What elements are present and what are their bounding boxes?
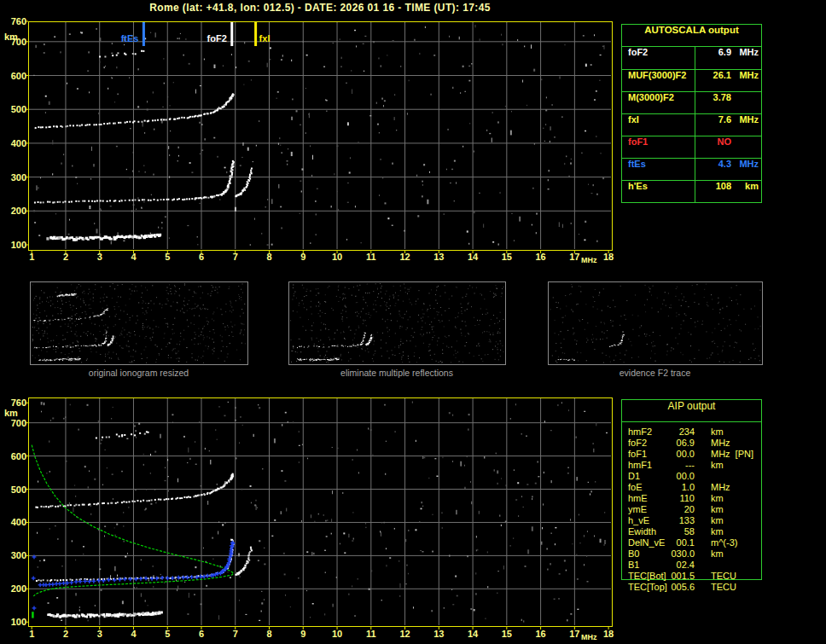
x-tick-label: 6 [190, 252, 212, 262]
aip-row-val: 02.4 [671, 560, 695, 570]
aip-row-val: 110 [671, 493, 695, 503]
aip-row-val: 06.9 [671, 438, 695, 448]
bottom-ionogram-echo-traces [35, 431, 253, 618]
aip-row-param: h_vE [628, 515, 671, 525]
aip-table-header: AIP output [622, 400, 761, 422]
y-tick-label: 200 [0, 206, 26, 216]
x-tick-label: 12 [394, 629, 416, 639]
aip-row-Ewidth: Ewidth58km [628, 526, 753, 537]
top-ionogram-grid [29, 22, 611, 249]
bottom-ionogram-plot [26, 398, 613, 630]
x-tick-label: 6 [190, 629, 212, 639]
x-tick-label: 11 [360, 252, 382, 262]
x-tick-label: 1 [20, 252, 43, 262]
param-unit [733, 92, 759, 113]
param-value: 4.3 [695, 159, 731, 180]
aip-row-hmE: hmE110km [628, 493, 753, 504]
aip-row-foF2: foF206.9MHz [628, 438, 753, 449]
aip-row-val: 20 [671, 504, 695, 514]
aip-row-unit: MHz [711, 482, 730, 492]
y-tick-label: 760 [0, 397, 26, 408]
aip-row-h_vE: h_vE133km [628, 515, 753, 526]
thumbnail-2-border [289, 282, 506, 365]
thumbnail-2 [289, 282, 506, 365]
aip-row-unit: km [711, 515, 724, 525]
param-value: 6.9 [695, 47, 731, 69]
y-tick-label: 500 [0, 104, 26, 114]
y-tick-label: 600 [0, 71, 26, 81]
y-tick-label: 200 [0, 583, 26, 594]
y-tick-label: 500 [0, 484, 26, 495]
x-tick-label: 1 [20, 629, 43, 639]
aip-row-foE: foE1.0MHz [628, 482, 753, 493]
aip-row-param: B1 [628, 560, 671, 570]
aip-row-unit: MHz [711, 438, 730, 448]
x-tick-label: 15 [496, 252, 518, 262]
param-unit: km [733, 181, 759, 202]
aip-row-param: foE [628, 482, 671, 492]
fxI-marker-label: fxI [259, 33, 294, 44]
aip-row-unit: km [711, 504, 724, 514]
x-tick-label: 16 [530, 252, 552, 262]
aip-row-note: [PN] [736, 449, 753, 459]
foF2-marker-label: foF2 [189, 33, 227, 44]
aip-row-param: hmF1 [628, 460, 671, 470]
x-tick-label: 14 [462, 629, 484, 639]
ftEs-marker-label: ftEs [101, 33, 138, 44]
aip-row-param: TEC[Top] [628, 582, 671, 592]
aip-output-table: AIP output hmF2234kmfoF206.9MHzfoF100.0M… [621, 399, 762, 580]
aip-row-unit: TECU [711, 571, 736, 581]
aip-row-param: foF1 [628, 449, 671, 459]
aip-row-val: 030.0 [671, 548, 695, 559]
electron-density-profile [32, 445, 234, 618]
thumbnail-caption: eliminate multiple reflections [288, 368, 505, 378]
bottom-ionogram-grid [29, 398, 611, 625]
y-tick-label: 300 [0, 550, 26, 560]
param-label: fxI [622, 114, 695, 136]
aip-row-unit: TECU [711, 582, 736, 592]
aip-row-val: 005.6 [671, 582, 695, 592]
thumbnail-3-border [549, 282, 763, 365]
aip-row-param: foF2 [628, 438, 671, 448]
thumbnail-caption: evidence F2 trace [548, 368, 762, 378]
thumbnail-3 [549, 282, 763, 365]
param-value-cell: 3.78 [695, 92, 765, 113]
aip-row-param: hmF2 [628, 426, 671, 437]
x-tick-label: 9 [292, 629, 314, 639]
autoscala-output-table: AUTOSCALA output foF26.9MHzMUF(3000)F226… [621, 24, 762, 203]
x-tick-label: 3 [89, 252, 111, 262]
bottom-ionogram-frame [26, 398, 613, 630]
aip-row-param: B0 [628, 548, 671, 559]
y-tick-label: 400 [0, 138, 26, 148]
y-tick-label: 300 [0, 172, 26, 183]
param-label: ftEs [622, 159, 695, 180]
autoscala-table-header: AUTOSCALA output [622, 25, 761, 47]
param-value: 108 [695, 181, 731, 202]
aip-row-D1: D100.0 [628, 471, 753, 482]
aip-row-val: 133 [671, 515, 695, 525]
x-axis-unit: MHz [581, 633, 597, 641]
profile-curve [32, 445, 234, 596]
x-tick-label: 2 [55, 252, 77, 262]
aip-row-val: 234 [671, 426, 695, 437]
y-tick-label: 600 [0, 451, 26, 461]
x-tick-label: 18 [597, 629, 620, 639]
aip-row-TEC[Top]: TEC[Top]005.6TECU [628, 582, 753, 593]
aip-row-B0: B0030.0km [628, 548, 753, 560]
thumbnail-1 [31, 282, 248, 365]
param-label: h'Es [622, 181, 695, 202]
aip-row-val: --- [671, 460, 695, 470]
thumbnail-caption: original ionogram resized [30, 368, 247, 378]
aip-row-hmF2: hmF2234km [628, 426, 753, 438]
x-tick-label: 9 [292, 252, 314, 262]
param-label: foF2 [622, 47, 695, 69]
autoscala-row-fxI: fxI7.6MHz [622, 113, 761, 136]
x-tick-label: 11 [360, 629, 382, 639]
aip-row-unit: m^(-3) [711, 537, 737, 548]
aip-row-unit: MHz [711, 449, 730, 459]
param-value-cell: 108km [695, 181, 765, 202]
x-tick-label: 3 [89, 629, 111, 639]
x-tick-label: 10 [326, 629, 348, 639]
y-axis-unit: km [4, 408, 26, 418]
aip-row-param: ymE [628, 504, 671, 514]
